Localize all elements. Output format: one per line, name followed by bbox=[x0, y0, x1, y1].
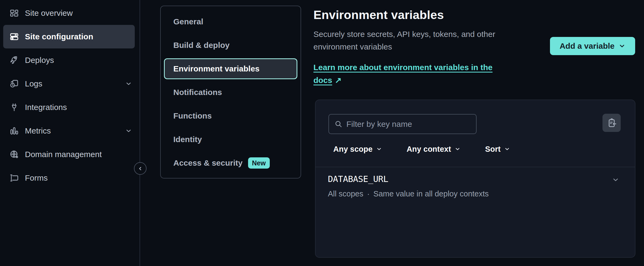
sidebar-item-label: Domain management bbox=[25, 150, 102, 159]
settings-nav-item-label: Access & security bbox=[173, 158, 243, 168]
settings-nav-item-identity[interactable]: Identity bbox=[161, 128, 301, 151]
env-var-contexts: Same value in all deploy contexts bbox=[373, 189, 489, 198]
env-vars-panel: Any scope Any context Sort DAT bbox=[315, 100, 635, 258]
form-icon bbox=[9, 173, 19, 183]
sidebar-item-site-configuration[interactable]: Site configuration bbox=[3, 25, 135, 48]
settings-nav-item-label: Notifications bbox=[173, 88, 222, 97]
sidebar-item-label: Metrics bbox=[25, 126, 51, 135]
sidebar-item-deploys[interactable]: Deploys bbox=[0, 48, 140, 72]
context-filter-dropdown[interactable]: Any context bbox=[407, 145, 460, 154]
env-var-key: DATABASE_URL bbox=[328, 174, 489, 184]
globe-icon bbox=[9, 149, 19, 159]
import-env-button[interactable] bbox=[602, 114, 621, 132]
filter-label: Any context bbox=[407, 145, 451, 154]
env-var-info: DATABASE_URL All scopes·Same value in al… bbox=[328, 174, 489, 198]
import-env-icon bbox=[606, 117, 617, 128]
chevron-down-icon[interactable] bbox=[125, 80, 132, 87]
filters-row: Any scope Any context Sort bbox=[333, 141, 510, 157]
search-icon bbox=[334, 120, 343, 128]
chevron-down-icon bbox=[376, 146, 382, 152]
plug-icon bbox=[9, 102, 19, 112]
grid-icon bbox=[9, 8, 19, 18]
new-badge: New bbox=[248, 157, 270, 169]
settings-nav-item-label: Functions bbox=[173, 111, 212, 120]
docs-link[interactable]: Learn more about environment variables i… bbox=[313, 61, 522, 87]
page-title: Environment variables bbox=[313, 8, 528, 22]
add-variable-label: Add a variable bbox=[560, 41, 615, 51]
sidebar-divider bbox=[140, 0, 140, 266]
settings-nav-item-label: Environment variables bbox=[173, 64, 260, 73]
sidebar-collapse-button[interactable] bbox=[134, 162, 147, 175]
settings-nav-item-label: Identity bbox=[173, 135, 202, 144]
settings-nav-item-functions[interactable]: Functions bbox=[161, 104, 301, 128]
page-description: Securely store secrets, API keys, tokens… bbox=[313, 28, 522, 53]
sidebar-item-forms[interactable]: Forms bbox=[0, 166, 140, 190]
add-variable-button[interactable]: Add a variable bbox=[550, 37, 635, 55]
sort-dropdown[interactable]: Sort bbox=[485, 145, 510, 154]
sidebar-item-label: Integrations bbox=[25, 103, 67, 112]
settings-nav-item-access-security[interactable]: Access & security New bbox=[161, 151, 301, 175]
sidebar-item-label: Forms bbox=[25, 173, 48, 183]
rocket-icon bbox=[9, 55, 19, 65]
env-var-scopes: All scopes bbox=[328, 189, 363, 198]
filter-label: Any scope bbox=[333, 145, 373, 154]
separator-dot: · bbox=[367, 189, 370, 198]
sidebar-item-domain-management[interactable]: Domain management bbox=[0, 143, 140, 166]
filter-input[interactable] bbox=[346, 120, 471, 129]
sidebar: Site overview Site configuration bbox=[0, 0, 140, 266]
bar-chart-icon bbox=[9, 126, 19, 136]
sidebar-item-logs[interactable]: Logs bbox=[0, 72, 140, 96]
search-box bbox=[328, 114, 477, 134]
chevron-down-icon bbox=[504, 146, 510, 152]
chevron-down-icon[interactable] bbox=[612, 176, 619, 184]
chevron-left-icon bbox=[137, 166, 143, 172]
server-icon bbox=[9, 32, 19, 42]
logs-icon bbox=[9, 79, 19, 89]
filter-label: Sort bbox=[485, 145, 501, 154]
sidebar-item-label: Site overview bbox=[25, 9, 73, 18]
settings-nav-item-environment-variables[interactable]: Environment variables bbox=[164, 58, 297, 79]
env-var-meta: All scopes·Same value in all deploy cont… bbox=[328, 189, 489, 198]
app-root: Site overview Site configuration bbox=[0, 0, 644, 266]
chevron-down-icon bbox=[455, 146, 460, 152]
settings-nav-item-label: Build & deploy bbox=[173, 41, 230, 50]
settings-nav-item-notifications[interactable]: Notifications bbox=[161, 81, 301, 104]
env-var-row[interactable]: DATABASE_URL All scopes·Same value in al… bbox=[316, 167, 635, 204]
chevron-down-icon[interactable] bbox=[125, 127, 132, 134]
settings-nav-item-general[interactable]: General bbox=[161, 10, 301, 33]
external-arrow-icon: ↗ bbox=[335, 76, 342, 85]
sidebar-item-label: Deploys bbox=[25, 56, 54, 65]
settings-nav-item-label: General bbox=[173, 17, 203, 26]
sidebar-item-metrics[interactable]: Metrics bbox=[0, 119, 140, 143]
sidebar-item-integrations[interactable]: Integrations bbox=[0, 96, 140, 119]
main-header: Environment variables Securely store sec… bbox=[313, 8, 528, 87]
settings-nav: General Build & deploy Environment varia… bbox=[160, 6, 301, 178]
settings-nav-item-build-deploy[interactable]: Build & deploy bbox=[161, 33, 301, 57]
sidebar-item-label: Site configuration bbox=[25, 32, 93, 41]
chevron-down-icon bbox=[619, 43, 626, 50]
scope-filter-dropdown[interactable]: Any scope bbox=[333, 145, 382, 154]
sidebar-item-site-overview[interactable]: Site overview bbox=[0, 1, 140, 25]
sidebar-item-label: Logs bbox=[25, 79, 42, 88]
